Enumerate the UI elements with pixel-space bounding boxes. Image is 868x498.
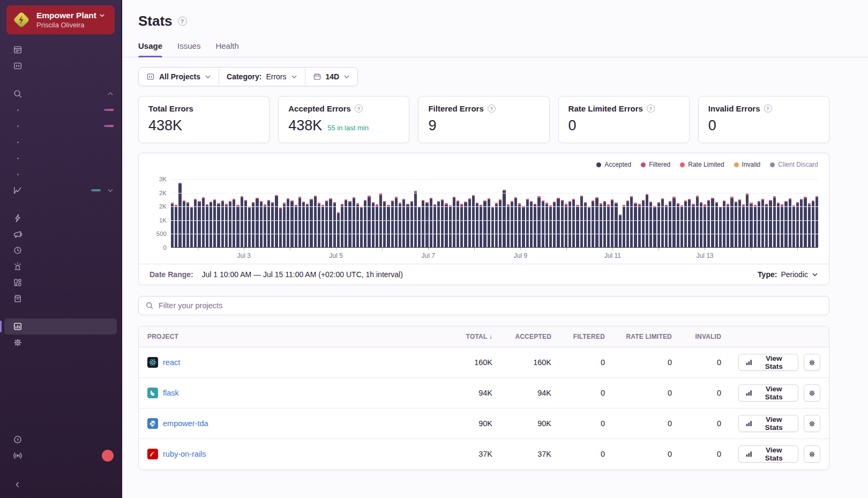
- chart-bar[interactable]: [333, 202, 336, 247]
- chart-bar[interactable]: [437, 201, 440, 247]
- chart-bar[interactable]: [175, 205, 177, 247]
- chart-bar[interactable]: [241, 196, 243, 247]
- chart-bar[interactable]: [735, 202, 737, 247]
- chart-bar[interactable]: [468, 198, 471, 247]
- chart-bar[interactable]: [815, 196, 818, 247]
- collapse-button[interactable]: [0, 477, 121, 493]
- chart-bar[interactable]: [719, 206, 722, 247]
- chart-bar[interactable]: [198, 201, 200, 247]
- column-header-rate-limited[interactable]: RATE LIMITED: [613, 326, 680, 347]
- chart-bar[interactable]: [754, 205, 757, 247]
- sidebar-item-releases[interactable]: [0, 291, 121, 307]
- chart-bar[interactable]: [595, 197, 598, 247]
- chart-bar[interactable]: [758, 201, 760, 247]
- chart-bar[interactable]: [453, 197, 455, 247]
- chart-bar[interactable]: [221, 200, 224, 247]
- chart-bar[interactable]: [696, 196, 699, 247]
- chart-bar[interactable]: [391, 200, 394, 247]
- chart-bar[interactable]: [576, 205, 579, 247]
- chart-bar[interactable]: [808, 203, 811, 247]
- chart-bar[interactable]: [514, 197, 517, 247]
- chart-bar[interactable]: [750, 203, 752, 247]
- project-settings-button[interactable]: [804, 354, 820, 371]
- chart-bar[interactable]: [491, 206, 494, 247]
- chart-bar[interactable]: [804, 197, 806, 247]
- chart-bar[interactable]: [623, 205, 625, 247]
- chart-bar[interactable]: [777, 203, 780, 247]
- chart-bar[interactable]: [368, 196, 370, 247]
- column-header-project[interactable]: PROJECT: [139, 326, 447, 347]
- legend-item-client-discard[interactable]: Client Discard: [770, 161, 818, 168]
- project-link[interactable]: flask: [163, 389, 179, 397]
- view-stats-button[interactable]: View Stats: [738, 445, 798, 463]
- chart-bar[interactable]: [677, 203, 679, 247]
- sidebar-item-profiles[interactable]: [0, 134, 121, 150]
- chart-bar[interactable]: [217, 203, 220, 247]
- chart-bar[interactable]: [568, 201, 571, 247]
- chart-bar[interactable]: [665, 205, 668, 247]
- chart-bar[interactable]: [638, 204, 641, 247]
- view-stats-button[interactable]: View Stats: [738, 415, 798, 432]
- chart-bar[interactable]: [457, 200, 459, 247]
- sidebar-item-metrics[interactable]: [0, 118, 121, 134]
- chart-bar[interactable]: [580, 196, 583, 247]
- chart-bar[interactable]: [252, 202, 255, 247]
- chart-bar[interactable]: [615, 203, 617, 247]
- chart-bar[interactable]: [399, 203, 401, 247]
- chart-bar[interactable]: [495, 203, 498, 247]
- chart-bar[interactable]: [410, 201, 413, 247]
- chart-bar[interactable]: [518, 203, 521, 247]
- chart-bar[interactable]: [715, 202, 718, 247]
- chart-bar[interactable]: [789, 198, 791, 247]
- chart-bar[interactable]: [418, 206, 421, 247]
- chart-bar[interactable]: [472, 195, 475, 247]
- chart-bar[interactable]: [329, 198, 332, 247]
- chart-bar[interactable]: [321, 205, 324, 247]
- chart-bar[interactable]: [433, 204, 436, 247]
- project-settings-button[interactable]: [804, 415, 820, 432]
- chart-bar[interactable]: [186, 202, 189, 247]
- chart-bar[interactable]: [545, 203, 548, 247]
- chart-bar[interactable]: [202, 197, 205, 247]
- chart-bar[interactable]: [290, 200, 293, 247]
- chart-bar[interactable]: [488, 198, 490, 247]
- project-settings-button[interactable]: [804, 384, 820, 402]
- view-stats-button[interactable]: View Stats: [738, 384, 798, 402]
- project-link[interactable]: empower-tda: [163, 419, 208, 428]
- type-dropdown[interactable]: Type: Periodic: [758, 270, 818, 279]
- tab-health[interactable]: Health: [215, 41, 238, 57]
- chart-bar[interactable]: [649, 202, 652, 247]
- chart-bar[interactable]: [742, 204, 745, 247]
- chart-bar[interactable]: [761, 199, 764, 247]
- chart-bar[interactable]: [727, 204, 729, 247]
- chart-bar[interactable]: [522, 206, 525, 247]
- chart-bar[interactable]: [503, 190, 505, 247]
- legend-item-accepted[interactable]: Accepted: [596, 161, 631, 168]
- column-header-accepted[interactable]: ACCEPTED: [501, 326, 560, 347]
- column-header-filtered[interactable]: FILTERED: [560, 326, 613, 347]
- chart-bar[interactable]: [356, 203, 359, 247]
- legend-item-filtered[interactable]: Filtered: [641, 161, 670, 168]
- chart-bar[interactable]: [206, 204, 208, 247]
- chart-bar[interactable]: [592, 200, 594, 247]
- chart-bar[interactable]: [634, 203, 637, 247]
- chart-bar[interactable]: [348, 201, 351, 247]
- sidebar-item-user-feedback[interactable]: [0, 226, 121, 242]
- chart-bar[interactable]: [812, 200, 814, 247]
- chart-bar[interactable]: [661, 198, 664, 247]
- chart-bar[interactable]: [630, 196, 633, 247]
- chart-bar[interactable]: [607, 204, 610, 247]
- chart-bar[interactable]: [619, 214, 622, 247]
- date-range-dropdown[interactable]: 14D: [305, 68, 358, 86]
- chart-bar[interactable]: [730, 197, 733, 247]
- sidebar-item-alerts[interactable]: [0, 258, 121, 274]
- chart-bar[interactable]: [507, 204, 510, 247]
- project-link[interactable]: ruby-on-rails: [163, 450, 206, 458]
- sidebar-item-dashboards[interactable]: [0, 274, 121, 291]
- chart-bar[interactable]: [773, 196, 776, 247]
- org-switcher[interactable]: Empower Plant Priscila Oliveira: [6, 5, 115, 34]
- chart-bar[interactable]: [588, 207, 590, 247]
- chart-bar[interactable]: [264, 204, 266, 247]
- chart-bar[interactable]: [275, 195, 278, 247]
- chart-bar[interactable]: [425, 202, 428, 247]
